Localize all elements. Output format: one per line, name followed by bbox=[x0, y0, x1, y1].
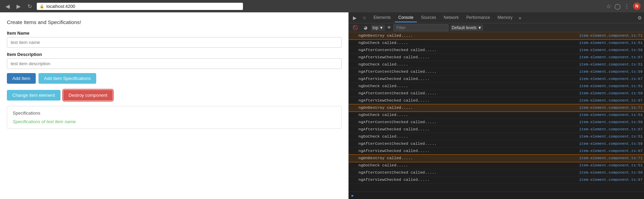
console-message: ngDoCheck called..... bbox=[358, 40, 576, 46]
console-row: ngOnDestroy called.....item-element.comp… bbox=[349, 104, 644, 112]
eye-btn[interactable]: 👁 bbox=[387, 25, 391, 30]
devtools-select-element-btn[interactable]: ▶ bbox=[351, 14, 359, 22]
page-title: Create Items and Specifications! bbox=[7, 19, 342, 25]
console-output[interactable]: ngOnDestroy called.....item-element.comp… bbox=[349, 32, 644, 191]
destroy-component-button[interactable]: Destroy component bbox=[63, 90, 113, 101]
lock-icon: 🔒 bbox=[40, 4, 44, 9]
devtools-settings-icon[interactable]: ⚙ bbox=[637, 15, 642, 21]
console-message: ngDoCheck called..... bbox=[358, 61, 576, 68]
console-row: ngAfterContentChecked called.....item-el… bbox=[349, 90, 644, 97]
console-message: ngDoCheck called..... bbox=[358, 83, 576, 89]
preserve-log-btn[interactable]: ◕ bbox=[362, 24, 369, 31]
console-message: ngAfterContentChecked called..... bbox=[358, 169, 576, 176]
console-message: ngAfterContentChecked called..... bbox=[358, 119, 576, 125]
console-source[interactable]: item-element.component.ts:71 bbox=[579, 155, 643, 161]
devtools-toolbar: 🚫 ◕ top ▼ 👁 Default levels ▼ bbox=[349, 23, 644, 32]
console-source[interactable]: item-element.component.ts:51 bbox=[579, 133, 643, 140]
browser-chrome: ◀ ▶ ↻ 🔒 localhost:4200 ☆ ◯ ⋮ N bbox=[0, 0, 644, 12]
console-row: ngAfterViewChecked called.....item-eleme… bbox=[349, 148, 644, 155]
console-source[interactable]: item-element.component.ts:59 bbox=[579, 47, 643, 53]
console-source[interactable]: item-element.component.ts:51 bbox=[579, 112, 643, 118]
change-item-button[interactable]: Change item element bbox=[7, 90, 60, 101]
console-message: ngAfterViewChecked called..... bbox=[358, 76, 576, 82]
user-avatar[interactable]: N bbox=[633, 2, 641, 10]
devtools-device-btn[interactable]: ◾ bbox=[359, 14, 369, 22]
console-row: ngAfterViewChecked called.....item-eleme… bbox=[349, 75, 644, 83]
clear-console-btn[interactable]: 🚫 bbox=[351, 24, 360, 31]
console-source[interactable]: item-element.component.ts:71 bbox=[579, 33, 643, 39]
console-source[interactable]: item-element.component.ts:51 bbox=[579, 83, 643, 89]
action-buttons-row: Add Item Add Item Specifications bbox=[7, 73, 342, 84]
nav-forward-button[interactable]: ▶ bbox=[14, 2, 23, 10]
console-source[interactable]: item-element.component.ts:71 bbox=[579, 105, 643, 111]
specifications-value: Specifications of test item name bbox=[13, 119, 336, 124]
item-description-label: Item Description bbox=[7, 52, 342, 57]
console-row: ngAfterViewChecked called.....item-eleme… bbox=[349, 176, 644, 184]
context-dropdown-icon: ▼ bbox=[379, 25, 384, 30]
console-message: ngAfterViewChecked called..... bbox=[358, 97, 576, 104]
chrome-icons: ☆ ◯ ⋮ N bbox=[606, 2, 641, 10]
address-bar[interactable]: 🔒 localhost:4200 bbox=[37, 3, 243, 10]
console-source[interactable]: item-element.component.ts:59 bbox=[579, 141, 643, 147]
url-text: localhost:4200 bbox=[46, 4, 75, 9]
tab-network[interactable]: Network bbox=[440, 13, 462, 22]
extension-icon[interactable]: ◯ bbox=[614, 3, 621, 10]
item-name-input[interactable] bbox=[7, 37, 342, 48]
console-message: ngAfterViewChecked called..... bbox=[358, 54, 576, 60]
console-input-caret-icon: ▸ bbox=[352, 193, 354, 198]
console-source[interactable]: item-element.component.ts:67 bbox=[579, 76, 643, 82]
console-row: ngAfterContentChecked called.....item-el… bbox=[349, 119, 644, 126]
item-description-input[interactable] bbox=[7, 58, 342, 69]
console-source[interactable]: item-element.component.ts:59 bbox=[579, 119, 643, 125]
console-row: ngAfterContentChecked called.....item-el… bbox=[349, 169, 644, 176]
tab-performance[interactable]: Performance bbox=[463, 13, 493, 22]
console-source[interactable]: item-element.component.ts:67 bbox=[579, 54, 643, 60]
console-source[interactable]: item-element.component.ts:67 bbox=[579, 97, 643, 104]
console-row: ngOnDestroy called.....item-element.comp… bbox=[349, 155, 644, 162]
console-source[interactable]: item-element.component.ts:67 bbox=[579, 148, 643, 154]
console-message: ngDoCheck called..... bbox=[358, 112, 576, 118]
console-message: ngAfterViewChecked called..... bbox=[358, 148, 576, 154]
context-label: top bbox=[373, 25, 378, 30]
console-message: ngAfterContentChecked called..... bbox=[358, 47, 576, 53]
console-source[interactable]: item-element.component.ts:51 bbox=[579, 61, 643, 68]
console-message: ngDoCheck called..... bbox=[358, 162, 576, 168]
control-buttons-row: Change item element Destroy component bbox=[7, 90, 342, 101]
console-source[interactable]: item-element.component.ts:51 bbox=[579, 162, 643, 168]
console-message: ngAfterContentChecked called..... bbox=[358, 141, 576, 147]
tab-sources[interactable]: Sources bbox=[418, 13, 440, 22]
nav-back-button[interactable]: ◀ bbox=[3, 2, 12, 10]
add-item-specs-button[interactable]: Add Item Specifications bbox=[38, 73, 96, 84]
user-initial: N bbox=[635, 4, 639, 9]
tab-console[interactable]: Console bbox=[395, 13, 417, 22]
console-row: ngAfterViewChecked called.....item-eleme… bbox=[349, 126, 644, 133]
console-message: ngOnDestroy called..... bbox=[358, 155, 576, 161]
console-message: ngOnDestroy called..... bbox=[358, 105, 576, 111]
console-source[interactable]: item-element.component.ts:59 bbox=[579, 169, 643, 176]
devtools-panel: ▶ ◾ Elements Console Sources Network Per… bbox=[348, 12, 644, 199]
console-source[interactable]: item-element.component.ts:67 bbox=[579, 177, 643, 183]
log-level-selector[interactable]: Default levels ▼ bbox=[451, 25, 483, 31]
context-selector[interactable]: top ▼ bbox=[371, 25, 385, 31]
add-item-button[interactable]: Add Item bbox=[7, 73, 36, 84]
console-row: ngDoCheck called.....item-element.compon… bbox=[349, 83, 644, 90]
main-layout: Create Items and Specifications! Item Na… bbox=[0, 12, 644, 199]
tab-elements[interactable]: Elements bbox=[370, 13, 394, 22]
filter-input[interactable] bbox=[393, 24, 448, 31]
log-level-dropdown-icon: ▼ bbox=[478, 25, 482, 30]
devtools-more-tabs[interactable]: » bbox=[517, 14, 523, 22]
console-source[interactable]: item-element.component.ts:67 bbox=[579, 126, 643, 132]
nav-reload-button[interactable]: ↻ bbox=[25, 2, 34, 10]
console-input[interactable] bbox=[356, 193, 641, 198]
console-input-row: ▸ bbox=[349, 191, 644, 199]
console-source[interactable]: item-element.component.ts:59 bbox=[579, 69, 643, 75]
menu-icon[interactable]: ⋮ bbox=[624, 3, 630, 10]
devtools-tabs: ▶ ◾ Elements Console Sources Network Per… bbox=[349, 12, 644, 23]
console-source[interactable]: item-element.component.ts:59 bbox=[579, 90, 643, 96]
console-message: ngAfterViewChecked called..... bbox=[358, 126, 576, 132]
console-row: ngAfterContentChecked called.....item-el… bbox=[349, 68, 644, 75]
tab-memory[interactable]: Memory bbox=[494, 13, 516, 22]
console-source[interactable]: item-element.component.ts:51 bbox=[579, 40, 643, 46]
star-icon[interactable]: ☆ bbox=[606, 3, 611, 10]
console-row: ngAfterContentChecked called.....item-el… bbox=[349, 140, 644, 148]
